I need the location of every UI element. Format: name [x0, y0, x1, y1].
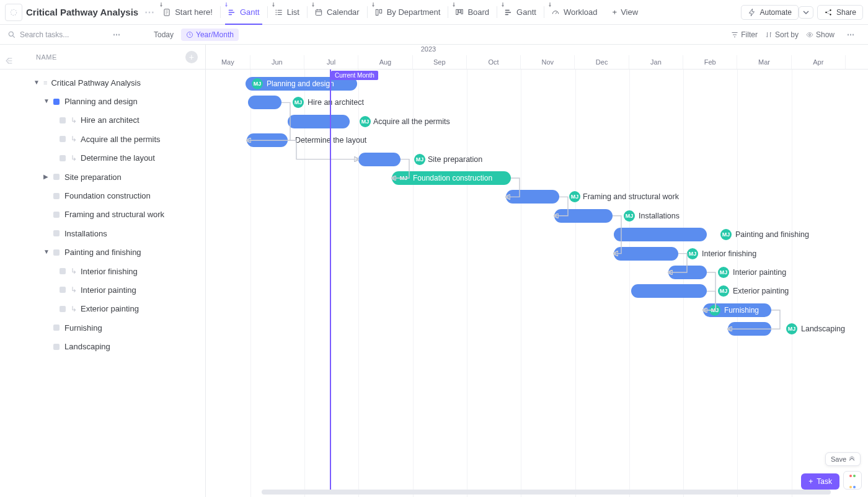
tab-workload[interactable]: Workload [544, 0, 605, 24]
add-task-icon[interactable]: + [185, 51, 198, 63]
gantt-bars: MJPlanning and designMJHire an architect… [206, 69, 868, 497]
chevron-icon[interactable]: ▼ [43, 97, 51, 104]
chevron-icon[interactable]: ▼ [43, 248, 51, 255]
show-button[interactable]: Show [806, 30, 835, 39]
tree-item[interactable]: Furnishing [0, 318, 205, 337]
avatar: MJ [687, 248, 698, 259]
gantt-bar[interactable] [358, 153, 401, 166]
gantt-bar[interactable] [614, 228, 707, 241]
bar-label: Site preparation [428, 155, 482, 164]
bar-label: Interior painting [733, 268, 786, 277]
avatar: MJ [786, 323, 797, 334]
month-label: May [206, 55, 250, 69]
tree-item[interactable]: Landscaping [0, 337, 205, 356]
tree-item[interactable]: ↳Exterior painting [0, 300, 205, 318]
status-square [53, 249, 60, 256]
svg-rect-8 [456, 9, 458, 14]
search-input[interactable]: Search tasks... [7, 30, 100, 39]
avatar: MJ [709, 305, 720, 316]
gantt-bar[interactable] [631, 284, 707, 298]
svg-point-0 [11, 9, 16, 15]
month-label: Oct [467, 55, 521, 69]
svg-point-2 [275, 9, 277, 11]
add-view-button[interactable]: + View [605, 7, 646, 17]
collapse-sidebar-icon[interactable] [4, 56, 14, 68]
avatar: MJ [252, 78, 263, 89]
tree-item[interactable]: Framing and structural work [0, 205, 205, 224]
tree-item[interactable]: Foundation construction [0, 186, 205, 205]
status-square [53, 325, 60, 331]
status-square [53, 99, 60, 105]
svg-rect-10 [461, 9, 463, 14]
gantt-bar[interactable]: MJFurnishing [703, 303, 771, 317]
automate-chevron-button[interactable] [799, 6, 813, 19]
today-button[interactable]: Today [154, 30, 174, 39]
tab-board[interactable]: Board [448, 0, 497, 24]
month-label: Jun [250, 55, 304, 69]
month-label: Jan [629, 55, 683, 69]
gantt-bar[interactable] [247, 133, 288, 147]
list-icon: ≡ [43, 79, 47, 86]
save-chip[interactable]: Save [825, 452, 861, 466]
gantt-bar[interactable]: MJFoundation construction [392, 171, 511, 185]
tree-item[interactable]: ↳Interior finishing [0, 262, 205, 280]
tab-list[interactable]: List [267, 0, 307, 24]
status-square [60, 155, 66, 161]
horizontal-scrollbar[interactable] [262, 490, 831, 495]
tree-item[interactable]: ▶Site preparation [0, 168, 205, 186]
tab-start-here-[interactable]: Start here! [155, 0, 220, 24]
sort-button[interactable]: Sort by [765, 30, 799, 39]
gantt-bar[interactable] [288, 115, 350, 128]
month-label: Nov [521, 55, 575, 69]
chevron-down-icon[interactable]: ▼ [33, 79, 41, 86]
tree-item[interactable]: ↳Hire an architect [0, 111, 205, 130]
bar-label: Interior finishing [702, 249, 756, 258]
status-square [53, 212, 60, 218]
svg-point-12 [830, 9, 831, 11]
gantt-bar[interactable] [614, 247, 678, 261]
gantt-bar[interactable] [248, 96, 281, 109]
new-task-button[interactable]: + Task [801, 473, 839, 490]
plus-icon: + [808, 477, 813, 486]
tab-calendar[interactable]: Calendar [307, 0, 367, 24]
status-square [53, 344, 60, 350]
avatar: MJ [398, 172, 409, 184]
toolbar-more-icon[interactable]: ⋯ [842, 30, 861, 39]
chevron-icon[interactable]: ▶ [43, 173, 51, 180]
subtask-icon: ↳ [71, 285, 77, 294]
avatar: MJ [293, 97, 304, 108]
tree-item[interactable]: ▼Painting and finishing [0, 243, 205, 262]
avatar: MJ [414, 154, 425, 165]
search-more-icon[interactable]: ⋯ [108, 30, 126, 39]
tree-item[interactable]: ↳Interior painting [0, 280, 205, 299]
filter-button[interactable]: Filter [731, 30, 758, 39]
gantt-bar[interactable] [506, 190, 559, 204]
apps-button[interactable] [843, 471, 862, 490]
automate-button[interactable]: Automate [741, 5, 799, 20]
subtask-icon: ↳ [71, 154, 77, 163]
share-button[interactable]: Share [817, 5, 863, 20]
tab-gantt[interactable]: Gantt [220, 0, 267, 24]
svg-point-16 [808, 34, 810, 35]
gantt-bar[interactable] [668, 266, 707, 279]
gantt-bar[interactable] [728, 322, 771, 336]
month-label: Jul [304, 55, 358, 69]
month-label: Aug [358, 55, 412, 69]
tree-item[interactable]: ▼Planning and design [0, 92, 205, 110]
svg-point-4 [275, 14, 277, 15]
title-more-icon[interactable]: ⋯ [144, 6, 155, 18]
tab-by-department[interactable]: By Department [367, 0, 448, 24]
gantt-bar[interactable] [554, 209, 613, 223]
status-square [60, 136, 66, 142]
status-square [60, 306, 66, 312]
tree-item[interactable]: ↳Acquire all the permits [0, 130, 205, 148]
tree-item[interactable]: Installations [0, 224, 205, 243]
tree-root[interactable]: ▼ ≡ Critical Pathway Analysis [0, 73, 205, 92]
month-label: Mar [737, 55, 791, 69]
status-square [53, 174, 60, 180]
bar-label: Landscaping [801, 325, 845, 333]
tree-item[interactable]: ↳Determine the layout [0, 149, 205, 168]
tree-header: NAME + [0, 45, 205, 69]
zoom-select[interactable]: Year/Month [181, 29, 239, 41]
tab-gantt[interactable]: Gantt [497, 0, 544, 24]
